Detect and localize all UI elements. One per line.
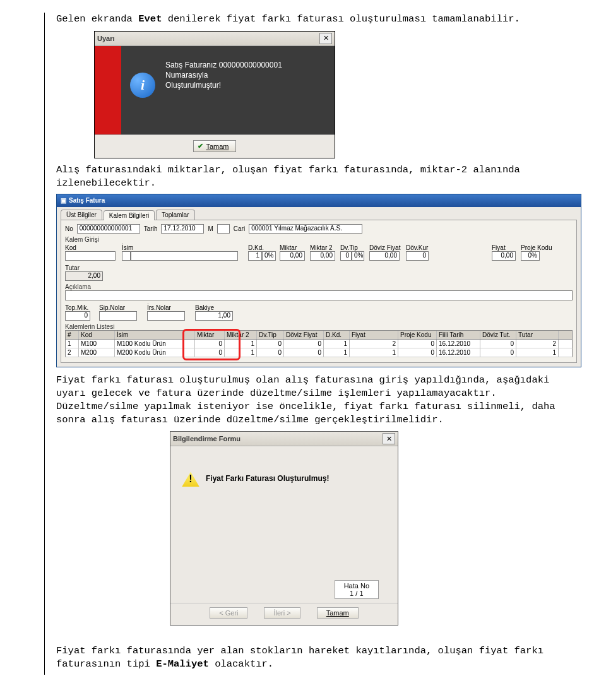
- text: denilerek fiyat farkı faturası oluşturul…: [162, 13, 520, 25]
- text: olacaktır.: [209, 658, 273, 670]
- window-titlebar: ▣ Satış Fatura: [57, 194, 581, 207]
- field-isim[interactable]: [131, 251, 238, 261]
- warning-icon: !: [182, 472, 199, 487]
- tab-toplamlar[interactable]: Toplamlar: [156, 210, 194, 220]
- label-dovizfiyat: Döviz Fiyat: [369, 244, 406, 251]
- col-dkd: D.Kd.: [324, 331, 350, 339]
- grid-kalemler: # Kod İsim Miktar Miktar 2 Dv.Tip Döviz …: [65, 330, 573, 357]
- paragraph-4: Fiyat farkı faturasında yer alan stoklar…: [56, 644, 581, 671]
- grid-header: # Kod İsim Miktar Miktar 2 Dv.Tip Döviz …: [65, 330, 573, 340]
- button-label: Tamam: [206, 143, 229, 150]
- dialog-uyari: Uyarı ✕ i Satış Faturanız 00000000000000…: [94, 31, 335, 158]
- field-no[interactable]: 000000000000001: [77, 224, 140, 234]
- group-kalemlerin-listesi: Kalemlerin Listesi: [65, 323, 573, 330]
- label-kod: Kod: [65, 244, 122, 251]
- red-highlight-box: [182, 329, 241, 360]
- label-dovkur: Döv.Kur: [406, 244, 435, 251]
- tab-ust-bilgiler[interactable]: Üst Bilgiler: [61, 210, 102, 220]
- close-icon[interactable]: ✕: [383, 433, 395, 444]
- field-cari[interactable]: 000001 Yılmaz Mağazacılık A.S.: [249, 224, 362, 234]
- dialog-footer: < Geri İleri > Tamam: [170, 603, 398, 625]
- col-tarih: Fiili Tarih: [437, 331, 480, 339]
- field-tutar: 2,00: [65, 271, 103, 281]
- tab-row: Üst Bilgiler Kalem Bilgileri Toplamlar: [57, 207, 581, 220]
- field-bakiye: 1,00: [195, 311, 233, 321]
- label-tutar: Tutar: [65, 264, 573, 271]
- col-dovizfiyat: Döviz Fiyat: [284, 331, 324, 339]
- label-sipnolar: Sip.Nolar: [99, 304, 143, 311]
- hata-no-box: Hata No 1 / 1: [335, 580, 379, 599]
- geri-button[interactable]: < Geri: [210, 607, 247, 619]
- hata-value: 1 / 1: [344, 590, 369, 597]
- check-icon: ✔: [198, 142, 203, 150]
- tab-pane: No 000000000000001 Tarih 17.12.2010 M Ca…: [61, 220, 577, 363]
- dialog-title: Bilgilendirme Formu: [173, 435, 241, 442]
- dialog-footer: ✔ Tamam: [95, 134, 335, 158]
- dialog-message-line1: Satış Faturanız 000000000000001 Numarası…: [165, 60, 326, 80]
- col-proje: Proje Kodu: [398, 331, 437, 339]
- field-fiyat[interactable]: 0,00: [492, 251, 516, 261]
- field-miktar[interactable]: 0,00: [280, 251, 305, 261]
- info-icon: i: [130, 73, 155, 98]
- col-kod: Kod: [79, 331, 115, 339]
- label-aciklama: Açıklama: [65, 283, 573, 290]
- label-bakiye: Bakiye: [195, 304, 239, 311]
- window-title: Satış Fatura: [69, 197, 105, 204]
- red-left-strip: [95, 46, 121, 134]
- field-dovizfiyat[interactable]: 0,00: [369, 251, 400, 261]
- dialog-message-line2: Oluşturulmuştur!: [165, 80, 326, 90]
- window-satis-fatura: ▣ Satış Fatura Üst Bilgiler Kalem Bilgil…: [56, 194, 581, 367]
- field-topmik: 0: [65, 311, 90, 321]
- field-irsnolar[interactable]: [147, 311, 185, 321]
- field-tarih[interactable]: 17.12.2010: [161, 224, 204, 234]
- label-dkd: D.Kd.: [248, 244, 280, 251]
- field-dvtip-s[interactable]: 0%: [352, 251, 364, 261]
- col-dvtip: Dv.Tip: [257, 331, 284, 339]
- field-proje[interactable]: 0%: [521, 251, 540, 261]
- bold-emaliyet: E-Maliyet: [156, 658, 209, 670]
- dialog-bilgi-formu: Bilgilendirme Formu ✕ ! Fiyat Farkı Fatu…: [170, 431, 398, 626]
- hata-label: Hata No: [344, 582, 369, 590]
- paragraph-1: Gelen ekranda Evet denilerek fiyat farkı…: [56, 13, 581, 26]
- group-kalem-girisi: Kalem Girişi: [65, 236, 573, 243]
- dialog-titlebar: Uyarı ✕: [95, 32, 335, 46]
- tab-kalem-bilgileri[interactable]: Kalem Bilgileri: [104, 210, 155, 220]
- bold-evet: Evet: [138, 13, 162, 25]
- label-fiyat: Fiyat: [492, 244, 521, 251]
- left-gutter-line: [25, 13, 45, 675]
- field-miktar2[interactable]: 0,00: [310, 251, 335, 261]
- col-dvt: Döviz Tut.: [480, 331, 516, 339]
- ileri-button[interactable]: İleri >: [264, 607, 300, 619]
- tamam-button[interactable]: ✔ Tamam: [193, 140, 235, 152]
- field-dkd-pct[interactable]: 0%: [262, 251, 276, 261]
- label-miktar2: Miktar 2: [310, 244, 340, 251]
- label-isim: İsim: [122, 244, 248, 251]
- text: Fiyat farkı faturasında yer alan stoklar…: [56, 645, 544, 670]
- label-tarih: Tarih: [144, 225, 158, 232]
- paragraph-3: Fiyat farkı faturası oluşturulmuş olan a…: [56, 374, 581, 427]
- label-proje: Proje Kodu: [521, 244, 559, 251]
- col-tutar: Tutar: [516, 331, 559, 339]
- field-dovkur[interactable]: 0: [406, 251, 429, 261]
- field-dkd[interactable]: 1: [248, 251, 262, 261]
- col-num: #: [66, 331, 79, 339]
- field-kod[interactable]: [65, 251, 116, 261]
- isim-lookup-button[interactable]: [122, 251, 131, 261]
- grid-row[interactable]: 1 M100 M100 Kodlu Ürün 0 1 0 0 1 2 0 16.…: [65, 340, 573, 348]
- label-miktar: Miktar: [280, 244, 310, 251]
- paragraph-2: Alış faturasındaki miktarlar, oluşan fiy…: [56, 163, 581, 190]
- dialog-dark-area: i Satış Faturanız 000000000000001 Numara…: [121, 46, 335, 134]
- dialog-body: i Satış Faturanız 000000000000001 Numara…: [95, 46, 335, 134]
- col-fiyat: Fiyat: [350, 331, 398, 339]
- grid-row[interactable]: 2 M200 M200 Kodlu Ürün 0 1 0 0 1 1 0 16.…: [65, 348, 573, 357]
- tamam-button[interactable]: Tamam: [317, 607, 359, 619]
- field-m[interactable]: [217, 224, 230, 234]
- label-cari: Cari: [234, 225, 245, 232]
- dialog-body: ! Fiyat Farkı Faturası Oluşturulmuş!: [170, 446, 398, 555]
- close-icon[interactable]: ✕: [319, 33, 332, 44]
- label-irsnolar: İrs.Nolar: [147, 304, 191, 311]
- label-no: No: [65, 225, 73, 232]
- field-aciklama[interactable]: [65, 290, 573, 300]
- field-sipnolar[interactable]: [99, 311, 137, 321]
- field-dvtip[interactable]: 0: [340, 251, 352, 261]
